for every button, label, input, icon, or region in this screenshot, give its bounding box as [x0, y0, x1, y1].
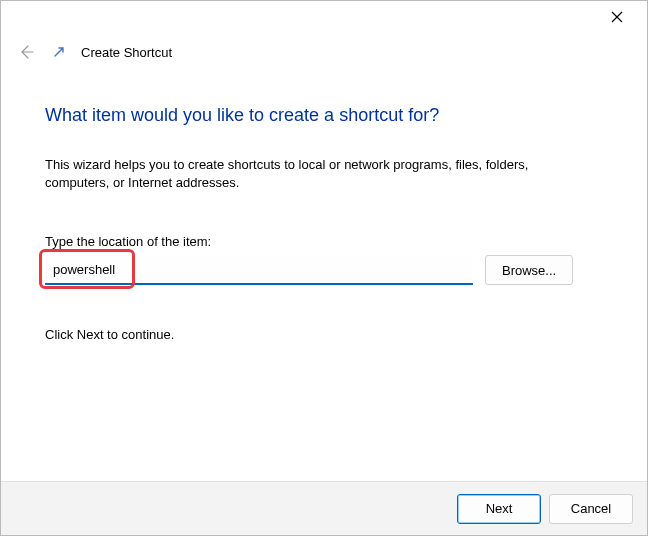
location-input-row: Browse...	[45, 255, 603, 285]
page-heading: What item would you like to create a sho…	[45, 105, 603, 126]
window-title: Create Shortcut	[81, 45, 172, 60]
shortcut-arrow-icon	[51, 44, 67, 60]
location-input[interactable]	[45, 255, 473, 285]
back-arrow-icon[interactable]	[15, 41, 37, 63]
location-field-label: Type the location of the item:	[45, 234, 603, 249]
browse-button[interactable]: Browse...	[485, 255, 573, 285]
footer-bar: Next Cancel	[1, 481, 647, 535]
titlebar	[1, 1, 647, 33]
wizard-description: This wizard helps you to create shortcut…	[45, 156, 585, 192]
next-button[interactable]: Next	[457, 494, 541, 524]
header-row: Create Shortcut	[1, 33, 647, 67]
continue-instruction: Click Next to continue.	[45, 327, 603, 342]
content-area: What item would you like to create a sho…	[1, 67, 647, 342]
cancel-button[interactable]: Cancel	[549, 494, 633, 524]
location-input-wrapper	[45, 255, 473, 285]
close-icon[interactable]	[599, 3, 635, 31]
